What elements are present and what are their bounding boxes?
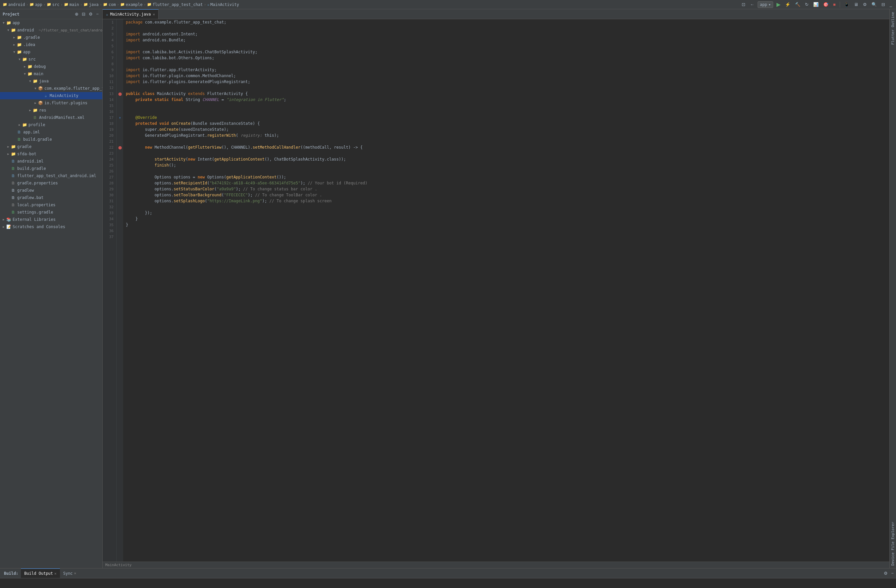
arrow-icon: ▼: [17, 58, 22, 61]
gutter-25: [117, 162, 123, 168]
top-bar-actions: ⊡ ← app ▾ ▶ ⚡ 🔨 ↻ 📊 🎯 ■ 📱 🖥 ⚙ 🔍 ⊟ _: [741, 1, 893, 8]
sidebar-item-debug[interactable]: ▶ 📁 debug: [0, 63, 102, 70]
breadcrumb-main[interactable]: 📁 main: [64, 2, 79, 7]
line-num-8: 8: [103, 61, 116, 67]
gutter-5: [117, 43, 123, 49]
sidebar-item-androidmanifest[interactable]: 🗎 AndroidManifest.xml: [0, 114, 102, 121]
gutter-30: [117, 192, 123, 198]
breadcrumb-java[interactable]: 📁 java: [84, 2, 99, 7]
minimize-btn[interactable]: _: [888, 2, 893, 8]
sidebar-item-gradle-hidden[interactable]: ▶ 📁 .gradle: [0, 34, 102, 41]
add-button[interactable]: ⊕: [74, 11, 79, 17]
bottom-tab-bar: Build: Build Output ✕ Sync ✕ ⚙ −: [0, 568, 896, 578]
sidebar-item-idea[interactable]: ▶ 📁 .idea: [0, 41, 102, 48]
arrow-icon: ▶: [6, 145, 11, 148]
build-output-close-btn[interactable]: ✕: [54, 571, 56, 576]
sidebar-item-src[interactable]: ▼ 📁 src: [0, 56, 102, 63]
gutter-11: [117, 79, 123, 85]
breadcrumb-android[interactable]: 📁 android: [3, 2, 25, 7]
sidebar-item-app-iml[interactable]: 🗎 app.iml: [0, 128, 102, 136]
folder-icon: 📁: [27, 64, 32, 69]
code-line-18: protected void onCreate(Bundle savedInst…: [123, 120, 889, 126]
sidebar-item-java[interactable]: ▼ 📁 java: [0, 78, 102, 85]
sidebar-item-build-gradle-root[interactable]: 🗎 build.gradle: [0, 165, 102, 172]
sidebar-item-app-l2[interactable]: ▼ 📁 app: [0, 48, 102, 56]
sdk-manager-btn[interactable]: 📱: [843, 2, 851, 8]
sidebar-item-build-gradle-app[interactable]: 🗎 build.gradle: [0, 136, 102, 143]
sidebar-item-mainactivity[interactable]: ☕ MainActivity: [0, 92, 102, 99]
sidebar-item-flutter-iml[interactable]: 🗎 flutter_app_test_chat_android.iml: [0, 172, 102, 180]
line-num-30: 30: [103, 192, 116, 198]
arrow-icon: [6, 167, 11, 170]
folder-icon: 📁: [22, 57, 27, 62]
arrow-icon: [6, 203, 11, 207]
profile-btn[interactable]: 📊: [812, 2, 820, 8]
tab-close-btn[interactable]: ✕: [152, 12, 155, 17]
sidebar-item-sfda-bot[interactable]: ▶ 📁 sfda-bot: [0, 150, 102, 158]
gutter-33: [117, 210, 123, 216]
sidebar-item-res[interactable]: ▶ 📁 res: [0, 107, 102, 114]
run-config-selector[interactable]: app ▾: [757, 2, 773, 8]
device-file-label[interactable]: Device File Explorer: [889, 519, 896, 568]
breadcrumb-flutter-chat[interactable]: 📁 flutter_app_test_chat: [147, 2, 203, 7]
window-mode-btn[interactable]: ⊡: [741, 2, 747, 8]
stop-btn[interactable]: ■: [832, 2, 837, 8]
sidebar-item-android-iml[interactable]: 🗎 android.iml: [0, 158, 102, 165]
breadcrumb-app[interactable]: 📁 app: [29, 2, 43, 7]
collapse-all-btn[interactable]: ⊟: [81, 11, 87, 17]
sidebar-item-profile[interactable]: ▶ 📁 profile: [0, 121, 102, 128]
code-line-23: [123, 150, 889, 156]
sidebar-item-main[interactable]: ▼ 📁 main: [0, 70, 102, 78]
sidebar-item-local-props[interactable]: 🗎 local.properties: [0, 201, 102, 209]
breadcrumb-com[interactable]: 📁 com: [103, 2, 116, 7]
sidebar-item-label: android ~/flutter_app_test_chat/android: [17, 28, 102, 32]
navigate-back-btn[interactable]: ←: [749, 2, 756, 8]
arrow-icon: [28, 116, 32, 119]
folder-icon: 📁: [64, 2, 69, 7]
sidebar-item-scratches[interactable]: ▶ 📝 Scratches and Consoles: [0, 223, 102, 230]
bottom-settings-btn[interactable]: ⚙: [883, 570, 889, 576]
arrow-icon: [38, 94, 43, 97]
flash-run-btn[interactable]: ⚡: [784, 2, 792, 8]
sidebar-item-com-example[interactable]: ▼ 📦 com.example.flutter_app_test_chat: [0, 85, 102, 92]
search-btn[interactable]: 🔍: [870, 2, 878, 8]
sidebar-item-label: debug: [34, 64, 46, 69]
breadcrumb-src[interactable]: 📁 src: [47, 2, 59, 7]
bottom-tab-build-output[interactable]: Build Output ✕: [21, 568, 59, 578]
run-button[interactable]: ▶: [775, 1, 782, 8]
sync-close-btn[interactable]: ✕: [74, 571, 76, 576]
flutter-outline-label[interactable]: Flutter Outline: [889, 9, 896, 47]
sidebar-item-android[interactable]: ▼ 📁 android ~/flutter_app_test_chat/andr…: [0, 26, 102, 34]
sidebar-item-io-flutter[interactable]: ▶ 📦 io.flutter.plugins: [0, 99, 102, 107]
sidebar-item-external-libs[interactable]: ▶ 📚 External Libraries: [0, 216, 102, 223]
tab-mainactivity[interactable]: ☕ MainActivity.java ✕: [103, 9, 158, 19]
build-btn[interactable]: 🔨: [794, 2, 802, 8]
settings-btn[interactable]: ⚙: [88, 11, 94, 17]
sidebar-item-gradlew-bat[interactable]: 🗎 gradlew.bat: [0, 194, 102, 201]
sidebar-item-settings-gradle[interactable]: 🗎 settings.gradle: [0, 209, 102, 216]
sidebar-item-gradlew[interactable]: 🗎 gradlew: [0, 187, 102, 194]
sidebar-item-label: main: [34, 72, 43, 76]
breadcrumb-mainactivity[interactable]: ☕ MainActivity: [207, 2, 239, 7]
arrow-icon: ▶: [17, 123, 22, 126]
breadcrumb-example[interactable]: 📁 example: [120, 2, 143, 7]
avd-manager-btn[interactable]: 🖥: [853, 2, 859, 8]
bottom-hide-btn[interactable]: −: [890, 570, 894, 576]
window-layout-btn[interactable]: ⊟: [880, 2, 886, 8]
bottom-tab-sync[interactable]: Sync ✕: [60, 568, 80, 578]
coverage-btn[interactable]: 🎯: [822, 2, 830, 8]
folder-icon: 📁: [103, 2, 108, 7]
main-layout: Project ⊕ ⊟ ⚙ − ▼ 📁 app ▼ 📁 android ~/fl…: [0, 9, 896, 568]
sidebar-item-gradle-props[interactable]: 🗎 gradle.properties: [0, 180, 102, 187]
sync-btn[interactable]: ↻: [804, 2, 810, 8]
folder-icon: 📦: [38, 86, 43, 91]
code-line-37: [123, 234, 889, 240]
java-tab-icon: ☕: [106, 12, 108, 17]
code-line-13: public class MainActivity extends Flutte…: [123, 91, 889, 97]
sidebar-item-gradle-dir[interactable]: ▶ 📁 gradle: [0, 143, 102, 150]
code-editor[interactable]: package com.example.flutter_app_test_cha…: [123, 19, 889, 562]
folder-icon: 📁: [120, 2, 125, 7]
settings-btn2[interactable]: ⚙: [862, 2, 868, 8]
close-sidebar-btn[interactable]: −: [95, 11, 100, 17]
sidebar-item-app-root[interactable]: ▼ 📁 app: [0, 19, 102, 26]
